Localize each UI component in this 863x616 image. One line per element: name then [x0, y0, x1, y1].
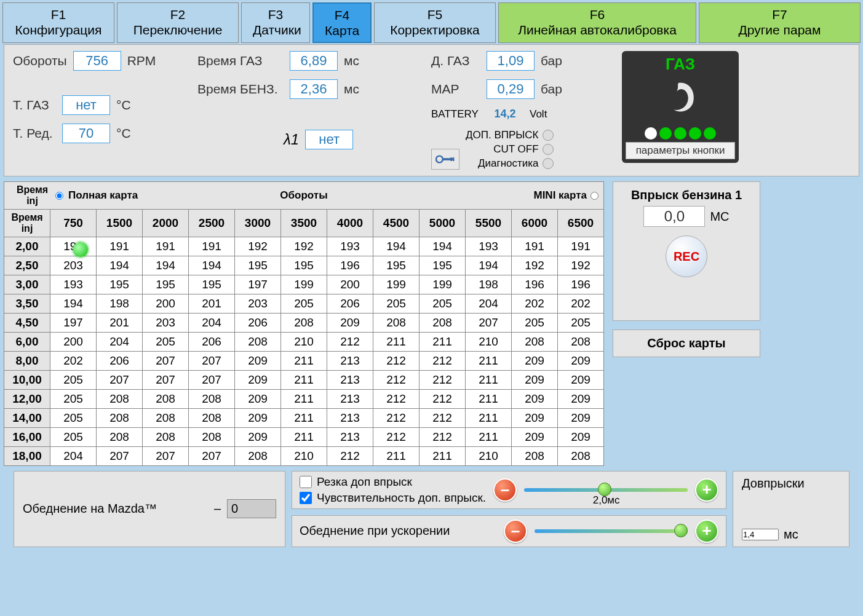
map-col-header[interactable]: 6500	[558, 210, 604, 237]
map-cell[interactable]: 211	[373, 332, 420, 351]
map-cell[interactable]: 211	[466, 370, 512, 389]
map-cell[interactable]: 193	[50, 275, 97, 294]
map-cell[interactable]: 211	[281, 351, 327, 370]
map-cell[interactable]: 193	[466, 237, 512, 256]
map-cell[interactable]: 204	[189, 313, 235, 332]
sensitivity-minus-button[interactable]: –	[493, 478, 517, 502]
map-cell[interactable]: 204	[50, 446, 97, 465]
map-cell[interactable]: 201	[97, 313, 143, 332]
map-cell[interactable]: 209	[558, 408, 604, 427]
map-col-header[interactable]: 3500	[281, 210, 327, 237]
map-cell[interactable]: 205	[281, 294, 327, 313]
map-cell[interactable]: 192	[235, 237, 281, 256]
map-cell[interactable]: 210	[466, 446, 512, 465]
tab-config[interactable]: F1Конфигурация	[2, 2, 114, 43]
map-cell[interactable]: 200	[327, 275, 373, 294]
map-cell[interactable]: 208	[235, 332, 281, 351]
map-cell[interactable]: 195	[143, 275, 189, 294]
map-row-header[interactable]: 16,00	[4, 427, 50, 446]
map-cell[interactable]: 206	[189, 332, 235, 351]
map-cell[interactable]: 212	[327, 332, 373, 351]
map-col-header[interactable]: 6000	[512, 210, 558, 237]
map-col-header[interactable]: 4000	[327, 210, 373, 237]
map-cell[interactable]: 211	[281, 408, 327, 427]
map-cell[interactable]: 194	[420, 237, 466, 256]
map-cell[interactable]: 208	[373, 313, 420, 332]
map-cell[interactable]: 211	[466, 351, 512, 370]
map-cell[interactable]: 208	[420, 313, 466, 332]
map-cell[interactable]: 191	[97, 237, 143, 256]
map-cell[interactable]: 195	[189, 275, 235, 294]
map-cell[interactable]: 212	[327, 446, 373, 465]
map-cell[interactable]: 213	[327, 389, 373, 408]
map-cell[interactable]: 207	[189, 351, 235, 370]
map-cell[interactable]: 212	[420, 370, 466, 389]
map-cell[interactable]: 211	[373, 446, 420, 465]
map-cell[interactable]: 205	[50, 389, 97, 408]
map-cell[interactable]: 205	[558, 313, 604, 332]
map-cell[interactable]: 209	[558, 370, 604, 389]
map-cell[interactable]: 205	[373, 294, 420, 313]
map-cell[interactable]: 211	[466, 389, 512, 408]
map-cell[interactable]: 194	[97, 256, 143, 275]
map-cell[interactable]: 197	[50, 313, 97, 332]
map-cell[interactable]: 213	[327, 427, 373, 446]
map-cell[interactable]: 209	[512, 351, 558, 370]
map-cell[interactable]: 208	[97, 389, 143, 408]
tab-map[interactable]: F4Карта	[312, 2, 372, 43]
map-cell[interactable]: 205	[50, 370, 97, 389]
map-cell[interactable]: 208	[143, 389, 189, 408]
map-cell[interactable]: 208	[97, 408, 143, 427]
map-col-header[interactable]: 5500	[466, 210, 512, 237]
map-cell[interactable]: 205	[143, 332, 189, 351]
map-cell[interactable]: 194	[189, 256, 235, 275]
accel-slider[interactable]	[535, 529, 688, 533]
map-cell[interactable]: 209	[235, 370, 281, 389]
radio-full-map[interactable]	[55, 192, 63, 200]
radio-mini-map[interactable]	[591, 192, 599, 200]
map-cell[interactable]: 212	[373, 351, 420, 370]
map-cell[interactable]: 209	[558, 389, 604, 408]
accel-plus-button[interactable]: +	[695, 519, 718, 543]
map-cell[interactable]: 209	[558, 427, 604, 446]
tab-sensors[interactable]: F3Датчики	[241, 2, 310, 43]
map-row-header[interactable]: 18,00	[4, 446, 50, 465]
map-cell[interactable]: 207	[143, 370, 189, 389]
map-cell[interactable]: 205	[512, 313, 558, 332]
map-cell[interactable]: 208	[281, 313, 327, 332]
map-cell[interactable]: 203	[143, 313, 189, 332]
map-cell[interactable]: 192	[281, 237, 327, 256]
map-cell[interactable]: 197	[235, 275, 281, 294]
map-cell[interactable]: 212	[373, 408, 420, 427]
map-cell[interactable]: 209	[512, 370, 558, 389]
map-cell[interactable]: 210	[466, 332, 512, 351]
map-row-header[interactable]: 3,50	[4, 294, 50, 313]
sensitivity-plus-button[interactable]: +	[695, 478, 718, 502]
map-cell[interactable]: 208	[189, 408, 235, 427]
tab-switching[interactable]: F2Переключение	[117, 2, 239, 43]
map-cell[interactable]: 212	[373, 427, 420, 446]
map-cell[interactable]: 205	[50, 427, 97, 446]
map-cell[interactable]: 203	[50, 256, 97, 275]
map-cell[interactable]: 198	[466, 275, 512, 294]
map-cell[interactable]: 211	[466, 408, 512, 427]
map-cell[interactable]: 198	[97, 294, 143, 313]
reset-map-button[interactable]: Сброс карты	[613, 330, 760, 357]
chk-sensitivity-extra-inj[interactable]	[300, 492, 312, 504]
map-row-header[interactable]: 4,50	[4, 313, 50, 332]
map-cell[interactable]: 208	[97, 427, 143, 446]
map-cell[interactable]: 209	[512, 408, 558, 427]
map-cell[interactable]: 207	[466, 313, 512, 332]
map-cell[interactable]: 206	[97, 351, 143, 370]
map-cell[interactable]: 208	[143, 427, 189, 446]
map-row-header[interactable]: 12,00	[4, 389, 50, 408]
map-cell[interactable]: 211	[281, 370, 327, 389]
map-cell[interactable]: 209	[558, 351, 604, 370]
map-cell[interactable]: 208	[512, 446, 558, 465]
map-row-header[interactable]: 10,00	[4, 370, 50, 389]
map-cell[interactable]: 207	[189, 370, 235, 389]
map-col-header[interactable]: 1500	[97, 210, 143, 237]
map-cell[interactable]: 210	[281, 332, 327, 351]
map-cell[interactable]: 192	[558, 256, 604, 275]
map-cell[interactable]: 202	[558, 294, 604, 313]
